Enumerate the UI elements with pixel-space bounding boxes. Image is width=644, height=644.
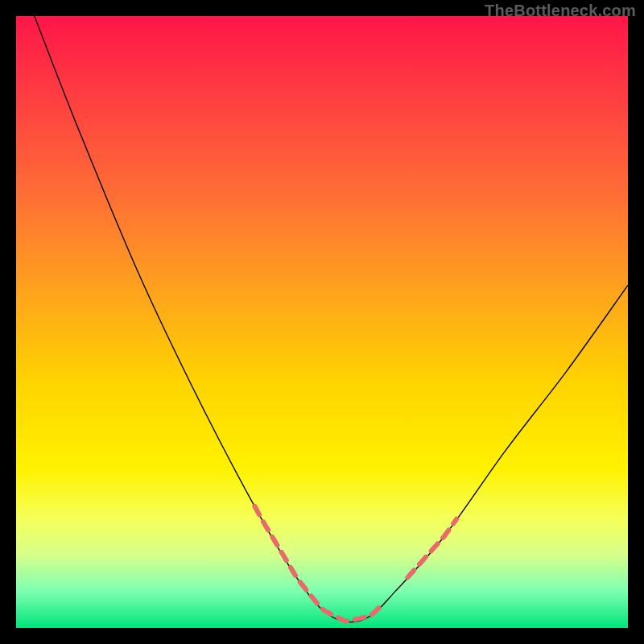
- plot-area: [16, 16, 628, 628]
- curve-svg: [16, 16, 628, 628]
- highlight-dots-segment-2: [407, 519, 456, 578]
- highlight-dots-segment-1: [254, 506, 383, 621]
- bottleneck-curve: [35, 16, 628, 622]
- watermark-text: TheBottleneck.com: [485, 2, 636, 20]
- chart-frame: TheBottleneck.com: [0, 0, 644, 644]
